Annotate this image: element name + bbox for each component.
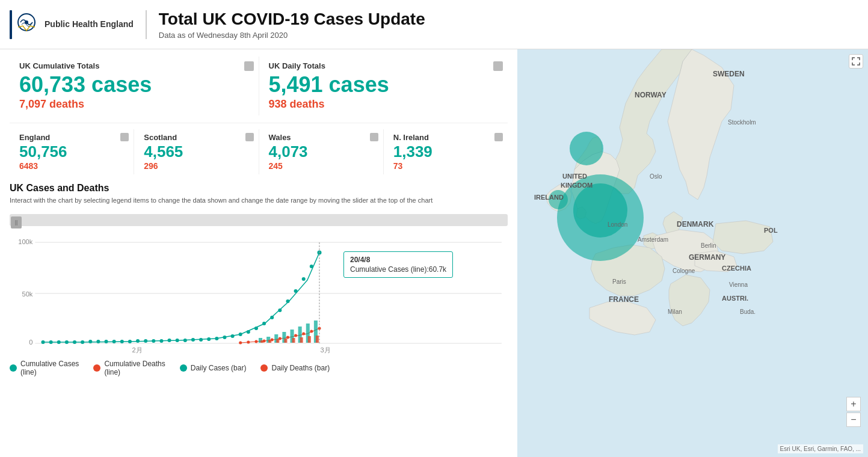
wales-label: Wales — [269, 133, 374, 142]
map-panel: SWEDEN NORWAY Oslo Stockholm DENMARK UNI… — [517, 49, 868, 457]
left-panel: UK Cumulative Totals 60,733 cases 7,097 … — [0, 49, 517, 457]
uk-label: UNITED — [562, 173, 587, 180]
svg-point-2 — [25, 20, 28, 24]
legend-label-daily-cases: Daily Cases (bar) — [191, 364, 247, 372]
chart-desc: Interact with the chart by selecting leg… — [10, 196, 479, 205]
svg-point-17 — [88, 340, 92, 343]
england-expand-icon[interactable] — [120, 133, 129, 141]
daily-expand-icon[interactable] — [493, 61, 503, 71]
chart-area: 100k 50k 0 2月 3月 — [10, 233, 508, 354]
wales-expand-icon[interactable] — [370, 133, 378, 141]
paris-label: Paris — [612, 278, 626, 285]
main-content: UK Cumulative Totals 60,733 cases 7,097 … — [0, 49, 868, 457]
legend-dot-daily-deaths — [260, 364, 268, 372]
germany-label: GERMANY — [689, 253, 725, 262]
ireland-label: IRELAND — [534, 194, 564, 201]
england-deaths: 6483 — [19, 161, 124, 171]
cologne-label: Cologne — [673, 268, 695, 274]
svg-rect-67 — [268, 340, 271, 343]
country-england: England 50,756 6483 — [10, 129, 134, 175]
uk-label2: KINGDOM — [561, 182, 593, 189]
france-label: FRANCE — [609, 295, 639, 304]
stockholm-label: Stockholm — [728, 119, 756, 126]
legend-daily-deaths[interactable]: Daily Deaths (bar) — [260, 360, 330, 376]
scotland-deaths: 296 — [144, 161, 248, 171]
svg-rect-0 — [10, 10, 12, 39]
title-section: Total UK COVID-19 Cases Update Data as o… — [159, 9, 858, 40]
cumulative-cases-dots — [42, 250, 322, 344]
cumulative-cases: 60,733 cases — [19, 73, 249, 97]
map-attribution: Esri UK, Esri, Garmin, FAO, ... — [778, 444, 863, 453]
svg-text:100k: 100k — [18, 238, 33, 245]
stats-row: UK Cumulative Totals 60,733 cases 7,097 … — [10, 57, 508, 115]
scotland-expand-icon[interactable] — [245, 133, 254, 141]
svg-rect-73 — [316, 336, 319, 343]
cumulative-block: UK Cumulative Totals 60,733 cases 7,097 … — [10, 57, 259, 115]
legend-label-cum-deaths: Cumulative Deaths(line) — [104, 360, 165, 376]
denmark-label: DENMARK — [677, 220, 714, 228]
slider-handle-left[interactable]: || — [11, 216, 22, 228]
date-range-slider[interactable]: || — [10, 212, 508, 228]
country-wales: Wales 4,073 245 — [259, 129, 384, 175]
zoom-out-button[interactable]: − — [846, 413, 861, 427]
chart-svg: 100k 50k 0 2月 3月 — [10, 233, 508, 354]
nireland-label: N. Ireland — [393, 133, 498, 142]
daily-block: UK Daily Totals 5,491 cases 938 deaths — [259, 57, 508, 115]
map-expand-button[interactable] — [849, 54, 863, 69]
logo-section: Public Health England — [10, 10, 147, 39]
svg-rect-69 — [284, 339, 287, 343]
svg-rect-71 — [300, 337, 303, 343]
daily-label: UK Daily Totals — [269, 61, 499, 70]
sweden-label: SWEDEN — [713, 70, 745, 78]
expand-icon — [852, 57, 860, 66]
zoom-controls: + − — [846, 397, 861, 427]
daily-deaths: 938 deaths — [269, 98, 499, 111]
scotland-cases: 4,565 — [144, 143, 248, 161]
wales-cases: 4,073 — [269, 143, 374, 161]
nireland-cases: 1,339 — [393, 143, 498, 161]
chart-title: UK Cases and Deaths — [10, 183, 508, 194]
legend-cumulative-cases[interactable]: Cumulative Cases(line) — [10, 360, 79, 376]
czechia-label: CZECHIA — [722, 265, 751, 272]
slider-track: || — [10, 214, 508, 226]
scotland-label: Scotland — [144, 133, 248, 142]
country-nireland: N. Ireland 1,339 73 — [384, 129, 508, 175]
scotland-bubble — [570, 132, 603, 165]
svg-text:2月: 2月 — [132, 346, 142, 354]
england-bubble — [573, 183, 627, 238]
countries-row: England 50,756 6483 Scotland 4,565 296 W… — [10, 123, 508, 175]
austria-label: AUSTRI. — [722, 295, 748, 302]
subtitle: Data as of Wednesday 8th April 2020 — [159, 31, 858, 40]
nireland-deaths: 73 — [393, 161, 498, 171]
cumulative-label: UK Cumulative Totals — [19, 61, 249, 70]
legend-dot-cum-deaths — [93, 364, 100, 372]
vienna-label: Vienna — [729, 281, 748, 288]
milan-label: Milan — [668, 308, 682, 315]
header: Public Health England Total UK COVID-19 … — [0, 0, 868, 49]
svg-text:0: 0 — [29, 339, 32, 346]
svg-rect-70 — [292, 338, 295, 343]
legend-cumulative-deaths[interactable]: Cumulative Deaths(line) — [93, 360, 165, 376]
chart-legend: Cumulative Cases(line) Cumulative Deaths… — [10, 360, 508, 376]
amsterdam-label: Amsterdam — [638, 236, 668, 243]
zoom-in-button[interactable]: + — [846, 397, 861, 411]
chart-section: UK Cases and Deaths Interact with the ch… — [10, 183, 508, 376]
nireland-expand-icon[interactable] — [494, 133, 503, 141]
berlin-label: Berlin — [701, 242, 716, 249]
svg-rect-68 — [276, 339, 279, 343]
logo-text: Public Health England — [45, 19, 134, 29]
svg-point-44 — [302, 277, 306, 281]
legend-daily-cases[interactable]: Daily Cases (bar) — [180, 360, 247, 376]
daily-cases: 5,491 cases — [269, 73, 499, 97]
london-label: London — [608, 221, 627, 228]
legend-label-cum-cases: Cumulative Cases(line) — [20, 360, 79, 376]
cumulative-deaths: 7,097 deaths — [19, 98, 249, 111]
main-title: Total UK COVID-19 Cases Update — [159, 9, 858, 29]
cumulative-expand-icon[interactable] — [244, 61, 254, 71]
norway-label: NORWAY — [635, 91, 666, 99]
oslo-label: Oslo — [650, 173, 662, 180]
svg-rect-72 — [308, 336, 311, 343]
legend-dot-daily-cases — [180, 364, 187, 372]
map-svg: SWEDEN NORWAY Oslo Stockholm DENMARK UNI… — [517, 49, 868, 457]
england-cases: 50,756 — [19, 143, 124, 161]
